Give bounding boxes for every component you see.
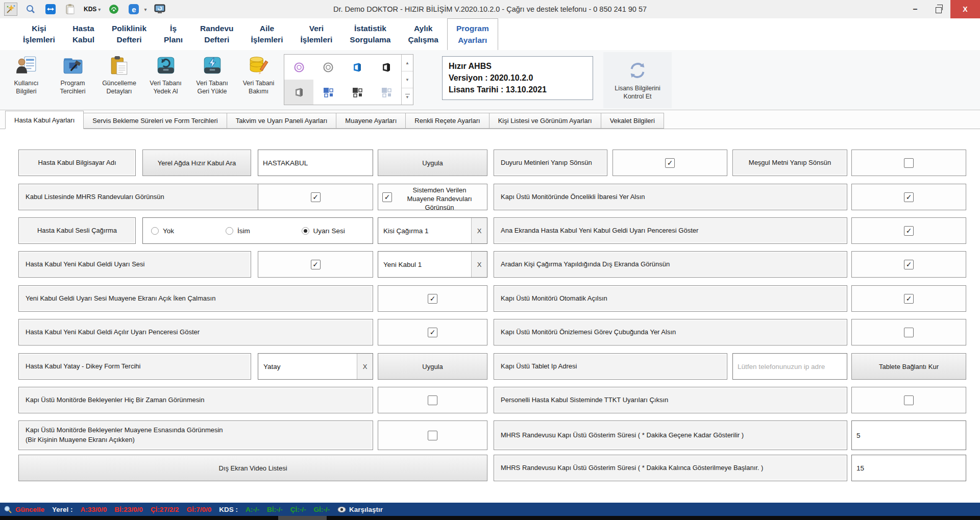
mhrs-gecene-kadar-input[interactable]	[851, 420, 966, 450]
kullanici-bilgileri-button[interactable]: KullanıcıBilgileri	[3, 52, 50, 108]
license-date-text: Lisans Tarihi : 13.10.2021	[449, 84, 593, 95]
menu-tab-kisi-islemleri[interactable]: Kişiİşlemleri	[14, 18, 64, 50]
bekleyenler-muayene-esnasinda-checkbox[interactable]	[428, 431, 437, 440]
taskbar-segment	[278, 516, 327, 520]
theme-gallery-grid	[284, 55, 401, 105]
guncelleme-detaylari-button[interactable]: GüncellemeDetayları	[96, 52, 142, 108]
yerel-agda-ara-button[interactable]: Yerel Ağda Hızır Kabul Ara	[142, 150, 251, 176]
theme-squares-light-icon[interactable]	[372, 80, 401, 105]
quick-access-toolbar: KDS ▾ e ▾	[4, 0, 166, 18]
theme-squares-blue-icon[interactable]	[313, 80, 342, 105]
combo-clear-button[interactable]: X	[357, 354, 373, 379]
menu-tab-poliklinik-defteri[interactable]: PoliklinikDefteri	[103, 18, 155, 50]
guncelle-link[interactable]: Güncelle	[15, 506, 44, 513]
chevron-down-icon[interactable]: ▾	[144, 7, 146, 12]
monitor-otomatik-acilsin-checkbox[interactable]: ✓	[904, 294, 914, 304]
veritabani-yedek-al-button[interactable]: Veri TabanıYedek Al	[142, 52, 189, 108]
theme-office-blue-icon[interactable]	[343, 55, 372, 80]
onizleme-gorev-cubugu-checkbox[interactable]	[904, 328, 914, 337]
menu-tab-aile-islemleri[interactable]: Aileİşlemleri	[242, 18, 292, 50]
kisi-cagirma-combo[interactable]: Kisi Çağırma 1 X	[378, 217, 487, 244]
close-button[interactable]: X	[950, 0, 980, 18]
ana-ekranda-uyari-checkbox[interactable]: ✓	[904, 226, 914, 236]
gallery-scroll-up-button[interactable]: ▲	[402, 55, 413, 71]
menu-tab-hasta-kabul[interactable]: HastaKabul	[64, 18, 103, 50]
theme-office-black-icon[interactable]	[372, 55, 401, 80]
theme-squares-dark-icon[interactable]	[343, 80, 372, 105]
veritabani-geri-yukle-button[interactable]: Veri TabanıGeri Yükle	[189, 52, 235, 108]
tablete-baglanti-kur-button[interactable]: Tablete Bağlantı Kur	[851, 353, 966, 380]
radio-isim[interactable]: İsim	[226, 227, 302, 235]
check-icon: ✓	[430, 328, 436, 336]
app-logo-icon[interactable]	[4, 3, 17, 16]
veritabani-bakimi-button[interactable]: Veri TabaniBakımı	[235, 52, 282, 108]
sistemden-verilen-checkbox[interactable]: ✓	[382, 192, 392, 202]
search-icon[interactable]	[24, 3, 37, 16]
theme-purple-badge-icon[interactable]	[284, 55, 313, 80]
combo-clear-button[interactable]: X	[471, 252, 487, 277]
duyuru-metinleri-checkbox[interactable]: ✓	[665, 158, 675, 168]
yeni-kabul-ses-combo[interactable]: Yeni Kabul 1 X	[378, 251, 487, 278]
menu-tab-program-ayarlari[interactable]: ProgramAyarları	[447, 18, 498, 50]
oncelikli-ibaresi-checkbox[interactable]: ✓	[904, 192, 914, 202]
menu-tab-is-plani[interactable]: İşPlanı	[155, 18, 191, 50]
mhrs-kalinca-baslanir-input[interactable]	[851, 455, 966, 481]
radio-yok[interactable]: Yok	[143, 227, 226, 235]
eye-icon	[337, 506, 346, 513]
gallery-more-button[interactable]: ▼	[402, 88, 413, 105]
combo-clear-button[interactable]: X	[471, 218, 487, 243]
mhrs-randevulari-checkbox[interactable]: ✓	[311, 192, 321, 202]
yatay-dikey-combo[interactable]: Yatay X	[258, 353, 373, 380]
ttkt-uyarilari-checkbox[interactable]	[904, 395, 914, 405]
yeni-kabul-uyari-sesi-checkbox-cell: ✓	[258, 251, 373, 278]
clipboard-icon[interactable]	[64, 3, 77, 16]
bilgisayar-adi-uygula-button[interactable]: Uygula	[378, 150, 487, 176]
yerel-a-count: A:33/0/0	[81, 506, 107, 513]
tab-muayene-ayarlari[interactable]: Muayene Ayarları	[336, 113, 406, 129]
check-icon: ✓	[906, 193, 912, 201]
restore-button[interactable]	[927, 0, 950, 18]
kds-dropdown[interactable]: KDS ▾	[84, 6, 101, 13]
muayene-acikken-calmasin-checkbox[interactable]: ✓	[428, 294, 437, 304]
radio-selected-icon	[302, 227, 309, 235]
theme-gray-badge-icon[interactable]	[313, 55, 342, 80]
form-tercihi-uygula-button[interactable]: Uygula	[378, 353, 487, 380]
menu-tab-aylik-calisma[interactable]: AylıkÇalışma	[399, 18, 447, 50]
tab-takvim-uyari[interactable]: Takvim ve Uyarı Paneli Ayarları	[227, 113, 337, 129]
mesgul-metni-checkbox[interactable]	[904, 158, 914, 168]
menu-tab-veri-islemleri[interactable]: Veriİşlemleri	[291, 18, 341, 50]
clear-icon: X	[477, 261, 482, 268]
dis-ekran-video-listesi-button[interactable]: Dış Ekran Video Listesi	[18, 455, 487, 481]
bekleyenler-hic-gorunmesin-checkbox[interactable]	[428, 395, 437, 405]
tab-kisi-listesi-gorunum[interactable]: Kişi Listesi ve Görünüm Ayarları	[489, 113, 601, 129]
minimize-button[interactable]: –	[903, 0, 927, 18]
sistemden-verilen-label: Sistemden Verilen Muayene Randevuları Gö…	[392, 184, 487, 210]
theme-office-gray-icon[interactable]	[284, 80, 313, 105]
update-details-icon	[109, 55, 130, 77]
tab-vekalet-bilgileri[interactable]: Vekalet Bilgileri	[601, 113, 664, 129]
acilir-uyari-penceresi-checkbox[interactable]: ✓	[428, 328, 437, 337]
sync-icon	[627, 60, 648, 81]
muayene-acikken-calmasin-checkbox-cell: ✓	[378, 285, 487, 312]
status-bar: Güncelle Yerel : A:33/0/0 Bİ:23/0/0 Çİ:2…	[0, 503, 980, 516]
internet-explorer-icon[interactable]: e	[127, 3, 140, 16]
tab-renkli-recete[interactable]: Renkli Reçete Ayarları	[406, 113, 489, 129]
tab-hasta-kabul-ayarlari[interactable]: Hasta Kabul Ayarları	[5, 111, 84, 129]
sound-service-icon[interactable]	[107, 3, 120, 16]
lisans-kontrol-button[interactable]: Lisans Bilgilerini Kontrol Et	[603, 52, 672, 108]
onizleme-gorev-cubugu-checkbox-cell	[851, 319, 966, 345]
menu-tab-randevu-defteri[interactable]: RandevuDefteri	[191, 18, 242, 50]
program-tercihleri-button[interactable]: ProgramTercihleri	[50, 52, 96, 108]
menu-tab-istatistik-sorgulama[interactable]: İstatistikSorgulama	[341, 18, 399, 50]
radio-uyari-sesi[interactable]: Uyarı Sesi	[302, 227, 345, 235]
restore-icon	[936, 7, 942, 13]
tablet-ip-input[interactable]	[732, 353, 847, 380]
karsilastir-button[interactable]: Karşılaştır	[337, 506, 383, 513]
yeni-kabul-uyari-sesi-checkbox[interactable]: ✓	[311, 260, 321, 269]
remote-support-icon[interactable]	[44, 3, 57, 16]
gallery-scroll-down-button[interactable]: ▼	[402, 71, 413, 88]
tab-servis-bekleme[interactable]: Servis Bekleme Süreleri ve Form Tercihle…	[84, 113, 227, 129]
aradan-cagirma-checkbox[interactable]: ✓	[904, 260, 914, 269]
bilgisayar-adi-input[interactable]	[258, 150, 373, 176]
onizleme-gorev-cubugu-label: Kapı Üstü Monitörü Önizlemesi Görev Çubu…	[494, 319, 847, 345]
